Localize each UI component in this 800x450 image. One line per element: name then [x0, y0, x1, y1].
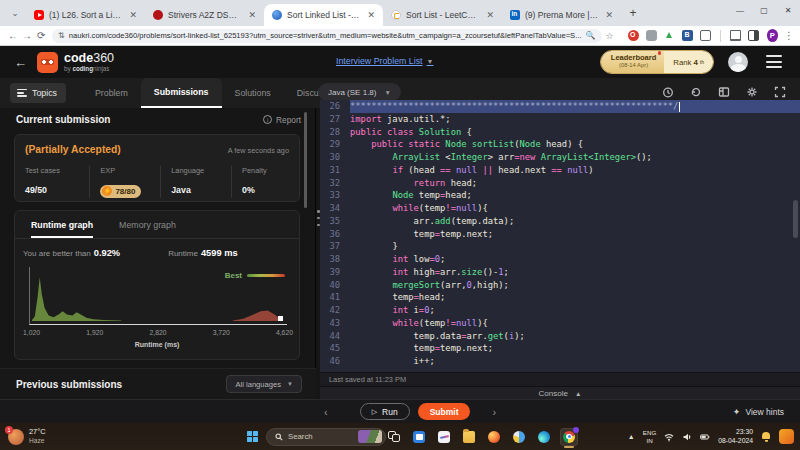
browser-profile-avatar[interactable]: P: [767, 29, 778, 42]
wifi-icon[interactable]: [664, 432, 674, 442]
code-line-40[interactable]: 40 mergeSort(arr,0,high);: [320, 279, 800, 292]
browser-tab[interactable]: Sort Linked List - Naukri Code✕: [264, 4, 383, 26]
fullscreen-icon[interactable]: [773, 85, 786, 98]
code-line-46[interactable]: 46 i++;: [320, 355, 800, 368]
taskbar-edge-icon[interactable]: [536, 429, 552, 445]
volume-icon[interactable]: [682, 432, 692, 442]
interview-problem-list-link[interactable]: Interview Problem List ▼: [336, 56, 433, 66]
reload-icon[interactable]: ⟳: [34, 30, 48, 41]
panel-scrollbar[interactable]: [304, 112, 307, 208]
user-avatar[interactable]: [728, 52, 748, 72]
close-button[interactable]: ✕: [776, 0, 800, 20]
report-button[interactable]: i Report: [263, 115, 301, 125]
code-line-34[interactable]: 34 while(temp!=null){: [320, 202, 800, 215]
maximize-button[interactable]: ▢: [752, 0, 776, 20]
language-selector[interactable]: Java (SE 1.8) ▼: [318, 83, 401, 101]
taskbar-search[interactable]: Search: [266, 428, 386, 446]
code-line-35[interactable]: 35 arr.add(temp.data);: [320, 215, 800, 228]
code-line-39[interactable]: 39 int high=arr.size()-1;: [320, 266, 800, 279]
header-back-icon[interactable]: ←: [14, 55, 27, 70]
media-controls-icon[interactable]: [730, 30, 741, 41]
code-line-30[interactable]: 30 ArrayList <Integer> arr=new ArrayList…: [320, 151, 800, 164]
code-line-31[interactable]: 31 if (head == null || head.next == null…: [320, 164, 800, 177]
tab-close-icon[interactable]: ✕: [603, 10, 615, 20]
side-panel-icon[interactable]: [748, 30, 759, 41]
bookmark-star-icon[interactable]: ☆: [606, 31, 614, 41]
taskbar-task-view-icon[interactable]: [386, 429, 402, 445]
leaderboard-badge[interactable]: Leaderboard (08-14 Apr) Rank4th: [600, 50, 714, 74]
code-line-32[interactable]: 32 return head;: [320, 177, 800, 190]
notification-bell-icon[interactable]: [761, 431, 771, 442]
gray-extension-icon[interactable]: [646, 30, 657, 41]
browser-tab[interactable]: Sort List - LeetCode✕: [383, 4, 502, 26]
code-line-45[interactable]: 45 temp=temp.next;: [320, 342, 800, 355]
start-button[interactable]: [247, 431, 258, 442]
weather-widget[interactable]: 1 27°C Haze: [8, 428, 46, 444]
address-bar[interactable]: ⇅ naukri.com/code360/problems/sort-linke…: [52, 29, 601, 43]
tab-memory-graph[interactable]: Memory graph: [119, 220, 176, 238]
tray-overflow-icon[interactable]: ▲: [628, 433, 635, 440]
code360-logo[interactable]: code360 by codingninjas: [37, 52, 114, 73]
console-toggle[interactable]: Console ▲: [320, 386, 800, 399]
run-button[interactable]: ▷ Run: [360, 403, 410, 420]
tab-close-icon[interactable]: ✕: [365, 10, 377, 20]
code-editor[interactable]: 26**************************************…: [320, 100, 800, 372]
editor-scrollbar[interactable]: [793, 200, 798, 238]
code-line-38[interactable]: 38 int low=0;: [320, 253, 800, 266]
site-settings-icon[interactable]: ⇅: [58, 31, 65, 40]
keyboard-language[interactable]: ENGIN: [643, 429, 656, 444]
code-line-36[interactable]: 36 temp=temp.next;: [320, 228, 800, 241]
browser-menu-kebab-icon[interactable]: ⋮: [784, 30, 794, 41]
settings-gear-icon[interactable]: [745, 85, 758, 98]
tab-submissions[interactable]: Submissions: [141, 78, 222, 108]
code-line-42[interactable]: 42 int i=0;: [320, 304, 800, 317]
topics-button[interactable]: Topics: [10, 83, 66, 103]
code-line-37[interactable]: 37 }: [320, 240, 800, 253]
corner-app-icon[interactable]: [779, 429, 794, 444]
bing-extension-icon[interactable]: [682, 30, 693, 41]
tree-extension-icon[interactable]: [664, 30, 675, 41]
browser-tab[interactable]: (9) Prerna More | LinkedIn✕: [502, 4, 621, 26]
submit-button[interactable]: Submit: [418, 403, 471, 420]
code-line-29[interactable]: 29 public static Node sortList(Node head…: [320, 138, 800, 151]
extensions-puzzle-icon[interactable]: [700, 30, 711, 41]
tab-close-icon[interactable]: ✕: [127, 10, 139, 20]
tab-solutions[interactable]: Solutions: [222, 78, 284, 108]
forward-icon[interactable]: →: [20, 30, 34, 41]
tab-search-icon[interactable]: ⌄: [6, 4, 24, 22]
taskbar-store-icon[interactable]: [411, 429, 427, 445]
hamburger-menu-icon[interactable]: [766, 55, 782, 68]
code-line-43[interactable]: 43 while(temp!=null){: [320, 317, 800, 330]
taskbar-moneyapp-icon[interactable]: [511, 429, 527, 445]
code-line-33[interactable]: 33 Node temp=head;: [320, 189, 800, 202]
taskbar-folder-icon[interactable]: [461, 429, 477, 445]
tab-problem[interactable]: Problem: [82, 78, 141, 108]
browser-tab[interactable]: Strivers A2Z DSA Course/Sheet✕: [145, 4, 264, 26]
reset-code-icon[interactable]: [689, 85, 702, 98]
tab-close-icon[interactable]: ✕: [484, 10, 496, 20]
tab-runtime-graph[interactable]: Runtime graph: [31, 220, 93, 238]
tab-close-icon[interactable]: ✕: [246, 10, 258, 20]
taskbar-pulse-icon[interactable]: [436, 429, 452, 445]
adblocker-extension-icon[interactable]: [628, 30, 639, 41]
language-filter-dropdown[interactable]: All languages ▼: [226, 375, 302, 393]
back-icon[interactable]: ←: [6, 30, 20, 41]
minimize-button[interactable]: —: [728, 0, 752, 20]
taskbar-firefox-icon[interactable]: [486, 429, 502, 445]
next-problem-arrow[interactable]: ›: [486, 406, 502, 418]
zoom-page-icon[interactable]: 🔍: [586, 31, 596, 40]
code-line-26[interactable]: 26**************************************…: [320, 100, 800, 113]
layout-icon[interactable]: [717, 85, 730, 98]
code-line-41[interactable]: 41 temp=head;: [320, 291, 800, 304]
battery-icon[interactable]: [700, 432, 710, 442]
browser-tab[interactable]: (1) L26. Sort a Linked List | Mer✕: [26, 4, 145, 26]
taskbar-clock[interactable]: 23:30 08-04-2024: [718, 428, 753, 445]
timer-icon[interactable]: [661, 85, 674, 98]
view-hints-button[interactable]: ✦ View hints: [733, 407, 784, 417]
code-line-27[interactable]: 27import java.util.*;: [320, 113, 800, 126]
new-tab-button[interactable]: +: [625, 5, 641, 21]
prev-problem-arrow[interactable]: ‹: [318, 406, 334, 418]
taskbar-chrome-icon[interactable]: [561, 429, 577, 445]
code-line-44[interactable]: 44 temp.data=arr.get(i);: [320, 330, 800, 343]
code-line-28[interactable]: 28public class Solution {: [320, 126, 800, 139]
